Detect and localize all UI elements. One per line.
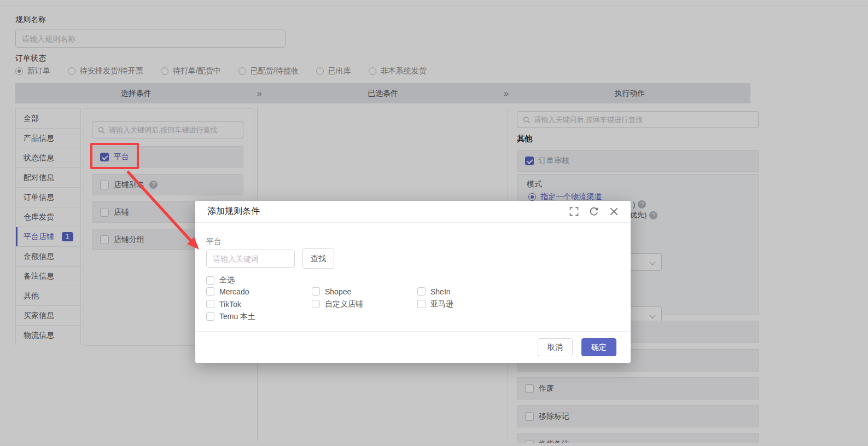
refresh-icon[interactable] xyxy=(589,207,599,217)
platform-option-amazon[interactable]: 亚马逊 xyxy=(417,299,523,309)
modal-search-button[interactable]: 查找 xyxy=(302,248,334,269)
checkbox-icon[interactable] xyxy=(206,276,214,285)
option-label: Shopee xyxy=(325,287,351,296)
select-all-option[interactable]: 全选 xyxy=(206,275,235,285)
modal-field-label: 平台 xyxy=(206,237,222,247)
cancel-button[interactable]: 取消 xyxy=(538,338,573,356)
option-label: TikTok xyxy=(219,300,241,309)
platform-options-grid: Mercado Shopee SheIn TikTok 自定义店铺 亚马逊 Te… xyxy=(206,286,523,322)
rule-editor-page: 规则名称 订单状态 新订单 待安排发货/待开票 待打单/配货中 已配货/待揽收 … xyxy=(0,0,868,446)
checkbox-icon[interactable] xyxy=(206,287,214,296)
checkbox-icon[interactable] xyxy=(417,300,426,308)
keyword-field[interactable] xyxy=(206,250,295,268)
modal-header-icons xyxy=(569,207,619,217)
confirm-button[interactable]: 确定 xyxy=(581,338,616,356)
modal-header: 添加规则条件 xyxy=(195,201,631,223)
platform-option-mercado[interactable]: Mercado xyxy=(206,286,312,297)
platform-option-shopee[interactable]: Shopee xyxy=(312,286,417,297)
option-label: 亚马逊 xyxy=(430,299,453,309)
platform-option-tiktok[interactable]: TikTok xyxy=(206,299,312,309)
keyword-input[interactable] xyxy=(213,254,288,263)
checkbox-icon[interactable] xyxy=(312,287,320,296)
checkbox-icon[interactable] xyxy=(417,287,426,296)
option-label: SheIn xyxy=(430,287,451,296)
checkbox-icon[interactable] xyxy=(206,312,214,321)
platform-option-temu-local[interactable]: Temu 本土 xyxy=(206,311,312,322)
close-icon[interactable] xyxy=(609,207,619,216)
checkbox-icon[interactable] xyxy=(312,300,320,308)
add-rule-condition-modal: 添加规则条件 平台 查找 全选 Mercado Shopee SheIn Tik… xyxy=(195,201,631,363)
platform-option-custom-store[interactable]: 自定义店铺 xyxy=(312,299,417,309)
option-label: 自定义店铺 xyxy=(325,299,363,309)
option-label: Mercado xyxy=(219,287,249,296)
checkbox-icon[interactable] xyxy=(206,300,214,308)
platform-option-shein[interactable]: SheIn xyxy=(417,286,523,297)
modal-title: 添加规则条件 xyxy=(207,206,569,217)
modal-footer: 取消 确定 xyxy=(195,331,631,363)
fullscreen-icon[interactable] xyxy=(569,207,579,216)
select-all-label: 全选 xyxy=(219,275,235,285)
option-label: Temu 本土 xyxy=(219,312,255,322)
